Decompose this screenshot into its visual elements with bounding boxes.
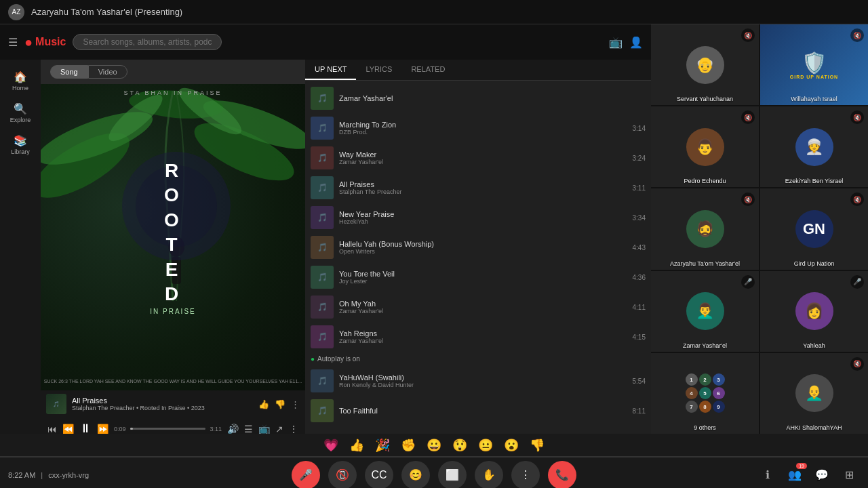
participant-tile[interactable]: 👳 EzekiYah Ben Yisrael 🔇 (760, 106, 868, 187)
queue-song-name: Zamar Yashar'el (339, 94, 640, 102)
home-icon: 🏠 (14, 70, 27, 83)
progress-track[interactable] (130, 428, 206, 430)
album-scripture: SUCK 26:3 THE LORD YAH SEE AND KNOW THE … (43, 378, 302, 385)
participant-tile[interactable]: 👩 Yahleah 🎤 (760, 271, 868, 352)
participant-mic-icon: 🔇 (741, 28, 755, 42)
queue-item[interactable]: 🎵 All Praises Stalphan The Preacher 3:11 (305, 173, 651, 203)
reaction-btn[interactable]: 🎉 (375, 438, 390, 453)
hamburger-icon[interactable]: ☰ (8, 36, 18, 49)
participant-tile[interactable]: 👨‍🦱 Zamar Yashar'el 🎤 (651, 271, 759, 352)
more-btn[interactable]: ⋮ (511, 461, 540, 489)
reaction-btn[interactable]: 😲 (452, 438, 467, 453)
participant-tile[interactable]: 123456789 9 others (651, 353, 759, 434)
queue-item[interactable]: 🎵 Marching To Zion DZB Prod. 3:14 (305, 113, 651, 143)
pause-btn[interactable]: ⏸ (79, 422, 92, 434)
account-icon[interactable]: 👤 (629, 36, 643, 49)
activities2-icon[interactable]: ⊞ (838, 464, 860, 486)
info-icon[interactable]: ℹ (757, 464, 778, 486)
mini-av-3: 4 (686, 387, 698, 399)
album-art: STA BHAN IN PRAISE ROOTED IN PRAISE SUCK… (41, 84, 305, 390)
progress-bar[interactable]: 0:09 3:11 (114, 426, 222, 432)
participant-tile[interactable]: 🛡️ GIRD UP NATION Willahayah Israel 🔇 (760, 24, 868, 105)
queue-item[interactable]: 🎵 New Year Praise HezekiYah 3:34 (305, 203, 651, 232)
raise-hand-btn[interactable]: ✋ (475, 461, 503, 489)
queue-icon[interactable]: ☰ (244, 424, 253, 434)
queue-duration: 5:54 (633, 378, 646, 385)
end-call-btn[interactable]: 📞 (548, 461, 576, 489)
queue-thumb: 🎵 (311, 296, 334, 319)
top-bar: AZ Azaryahu Ta'om Yashar'el (Presenting) (0, 0, 868, 24)
library-icon: 📚 (14, 134, 27, 147)
skip-back-btn[interactable]: ⏮ (47, 424, 57, 434)
participant-tile[interactable]: 👨 Pedro Echendu 🔇 (651, 106, 759, 187)
queue-artist: Zamar Yashar'el (339, 308, 627, 314)
search-input[interactable] (73, 34, 222, 50)
queue-artist: Ron Kenoly & David Hunter (339, 382, 627, 388)
main-content: ☰ ● Music 📺 👤 🏠 Home 🔍 Explore (0, 24, 868, 434)
participant-tile[interactable]: 👨‍🦲 AHKI ShalomahYAH 🔇 (760, 353, 868, 434)
participant-name: AHKI ShalomahYAH (763, 424, 865, 431)
queue-artist: Open Writers (339, 248, 627, 255)
music-nav: 🏠 Home 🔍 Explore 📚 Library (0, 60, 41, 434)
reaction-btn[interactable]: ✊ (401, 438, 416, 453)
emoji-btn[interactable]: 😊 (401, 461, 430, 489)
meeting-time: 8:22 AM (8, 471, 35, 479)
people-badge: 19 (796, 463, 807, 469)
queue-item[interactable]: 🎵 YaHuWaH (Swahili) Ron Kenoly & David H… (305, 366, 651, 396)
queue-item[interactable]: 🎵 You Tore the Veil Joy Lester 4:36 (305, 262, 651, 292)
nav-explore[interactable]: 🔍 Explore (0, 98, 41, 127)
reaction-btn[interactable]: 💗 (323, 438, 338, 453)
more-options-icon[interactable]: ⋮ (291, 399, 300, 409)
queue-duration: 4:15 (633, 333, 646, 341)
participant-mic-icon: 🔇 (741, 192, 755, 206)
more-icon[interactable]: ⋮ (289, 424, 298, 434)
queue-thumb: 🎵 (311, 117, 334, 140)
cast-icon[interactable]: 📺 (258, 424, 270, 434)
song-toggle-btn[interactable]: Song (50, 65, 88, 79)
reaction-btn[interactable]: 😀 (427, 438, 441, 453)
queue-item[interactable]: 🎵 Way Maker Zamar Yashar'el 3:24 (305, 143, 651, 173)
queue-item[interactable]: 🎵 Hallelu Yah (Bonus Worship) Open Write… (305, 232, 651, 262)
queue-song-name: Marching To Zion (339, 121, 627, 129)
share-icon[interactable]: ↗ (275, 424, 283, 434)
rewind-btn[interactable]: ⏪ (62, 424, 74, 434)
nav-home[interactable]: 🏠 Home (0, 66, 41, 96)
volume-icon[interactable]: 🔊 (227, 424, 239, 434)
queue-artist: Zamar Yashar'el (339, 338, 627, 344)
tab-related[interactable]: RELATED (401, 60, 454, 80)
reaction-btn[interactable]: 👍 (349, 438, 364, 453)
chat-icon[interactable]: 💬 (811, 464, 833, 486)
queue-item[interactable]: 🎵 Too Faithful 8:11 (305, 396, 651, 426)
fast-forward-btn[interactable]: ⏩ (97, 424, 108, 434)
queue-item[interactable]: 🎵 Oh My Yah Zamar Yashar'el 4:11 (305, 292, 651, 322)
thumbs-up-icon[interactable]: 👍 (258, 399, 269, 409)
queue-thumb: 🎵 (311, 369, 334, 392)
mic-btn[interactable]: 🎤 (292, 461, 320, 489)
queue-song-info: You Tore the Veil Joy Lester (339, 270, 627, 285)
queue-item[interactable]: 🎵 Zamar Yashar'el (305, 83, 651, 113)
activities-btn[interactable]: ⬜ (438, 461, 467, 489)
people-icon[interactable]: 👥 19 (784, 464, 806, 486)
participant-name: Willahayah Israel (763, 96, 865, 102)
participant-tile[interactable]: 👴 Servant Yahuchanan 🔇 (651, 24, 759, 105)
tab-lyrics[interactable]: LYRICS (356, 60, 401, 80)
video-toggle-btn[interactable]: Video (88, 65, 127, 79)
reaction-btn[interactable]: 👎 (530, 438, 545, 453)
participant-name: Servant Yahuchanan (654, 96, 756, 102)
thumbs-down-icon[interactable]: 👎 (275, 399, 285, 409)
queue-song-name: YaHuWaH (Swahili) (339, 373, 627, 382)
participant-tile[interactable]: GN Gird Up Nation 🔇 (760, 188, 868, 269)
queue-song-info: Zamar Yashar'el (339, 94, 640, 102)
participant-avatar: 👨‍🦱 (686, 292, 724, 330)
nav-library[interactable]: 📚 Library (0, 130, 41, 159)
cast-icon[interactable]: 📺 (609, 36, 623, 49)
queue-item[interactable]: 🎵 Yah Reigns Zamar Yashar'el 4:15 (305, 322, 651, 352)
tab-up-next[interactable]: UP NEXT (305, 60, 356, 80)
camera-btn[interactable]: 📵 (328, 461, 357, 489)
reaction-btn[interactable]: 😮 (504, 438, 519, 453)
participant-tile[interactable]: 🧔 Azaryahu Ta'om Yashar'el 🔇 (651, 188, 759, 269)
captions-btn[interactable]: CC (365, 461, 393, 489)
queue-duration: 4:36 (633, 274, 646, 281)
queue-thumb: 🎵 (311, 176, 334, 199)
reaction-btn[interactable]: 😐 (478, 438, 493, 453)
